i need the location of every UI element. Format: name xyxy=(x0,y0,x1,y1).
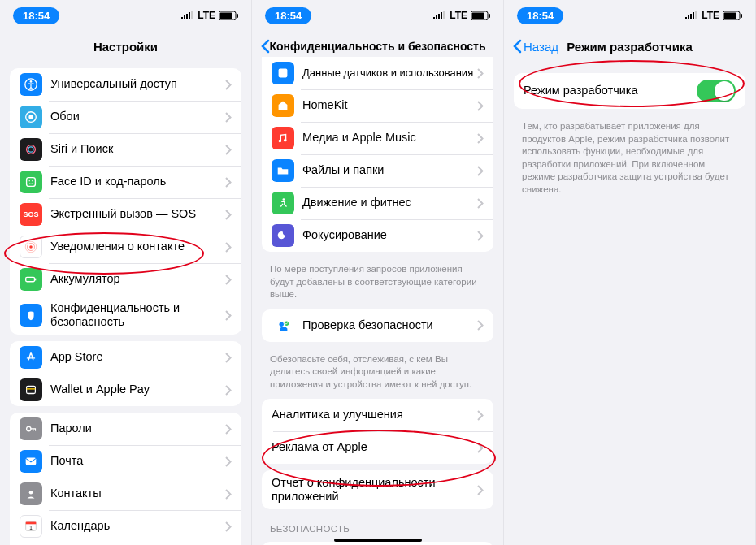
status-bar: 18:54 LTE xyxy=(252,0,503,31)
status-bar: 18:54 LTE xyxy=(0,0,251,31)
analytics-group: Аналитика и улучшения Реклама от Apple xyxy=(262,399,493,464)
row-label: Фокусирование xyxy=(302,228,477,242)
row-accessibility[interactable]: Универсальный доступ xyxy=(10,68,241,101)
svg-rect-59 xyxy=(724,12,736,19)
svg-rect-23 xyxy=(27,388,36,389)
settings-group-2: App Store Wallet и Apple Pay xyxy=(10,341,241,406)
row-label: Режим разработчика xyxy=(524,84,697,97)
page-title: Режим разработчика xyxy=(567,40,693,54)
row-battery[interactable]: Аккумулятор xyxy=(10,263,241,296)
row-label: Реклама от Apple xyxy=(272,440,477,454)
row-media[interactable]: Медиа и Apple Music xyxy=(262,122,493,154)
row-faceid[interactable]: Face ID и код-пароль xyxy=(10,166,241,198)
row-contacts[interactable]: Контакты xyxy=(10,478,241,510)
footer-devmode: Тем, кто разрабатывает приложения для пр… xyxy=(504,115,755,197)
safety-check-icon xyxy=(272,314,294,337)
svg-rect-1 xyxy=(184,15,185,19)
row-label: Аналитика и улучшения xyxy=(272,408,477,422)
row-exposure[interactable]: Уведомления о контакте xyxy=(10,231,241,263)
focus-icon xyxy=(272,224,294,247)
chevron-icon xyxy=(477,133,484,144)
svg-rect-2 xyxy=(186,14,188,19)
screen-developer-mode: 18:54 LTE Назад Режим разработчика Режим… xyxy=(504,0,756,545)
svg-rect-54 xyxy=(688,15,689,19)
settings-group-1: Универсальный доступ Обои Siri и Поиск F… xyxy=(10,68,241,335)
row-label: Контакты xyxy=(50,487,225,500)
row-label: Универсальный доступ xyxy=(50,77,225,91)
row-calendar[interactable]: 1 Календарь xyxy=(10,510,241,543)
row-label: Медиа и Apple Music xyxy=(302,131,477,145)
row-privacy[interactable]: Конфиденциальность и безопасность xyxy=(10,296,241,335)
screen-settings: 18:54 LTE Настройки Универсальный доступ… xyxy=(0,0,252,545)
signal-icon xyxy=(433,11,446,19)
row-analytics[interactable]: Аналитика и улучшения xyxy=(262,399,493,431)
row-mail[interactable]: Почта xyxy=(10,445,241,478)
chevron-icon xyxy=(225,489,232,500)
devmode-group: Режим разработчика xyxy=(514,73,745,109)
security-group: Режим разработчика Режим блокировки Выкл… xyxy=(262,542,493,545)
row-wallet[interactable]: Wallet и Apple Pay xyxy=(10,374,241,406)
row-files[interactable]: Файлы и папки xyxy=(262,154,493,187)
row-appstore[interactable]: App Store xyxy=(10,341,241,374)
chevron-icon xyxy=(225,456,232,467)
chevron-icon xyxy=(225,353,232,363)
accessibility-icon xyxy=(20,73,42,96)
network-label: LTE xyxy=(702,10,719,21)
chevron-icon xyxy=(225,310,232,321)
svg-rect-6 xyxy=(220,12,232,19)
privacy-icon xyxy=(20,304,42,327)
svg-rect-46 xyxy=(489,14,490,18)
calendar-icon: 1 xyxy=(20,515,42,538)
footer-apps: По мере поступления запросов приложения … xyxy=(252,258,503,303)
battery-icon xyxy=(219,11,238,20)
row-apple-ads[interactable]: Реклама от Apple xyxy=(262,431,493,464)
svg-rect-42 xyxy=(441,12,442,19)
svg-rect-43 xyxy=(443,11,445,19)
svg-point-16 xyxy=(32,180,33,181)
back-button[interactable]: Назад xyxy=(512,31,558,62)
svg-rect-21 xyxy=(35,279,36,281)
svg-point-12 xyxy=(27,145,36,154)
svg-rect-20 xyxy=(26,277,35,281)
status-bar: 18:54 LTE xyxy=(504,0,755,31)
row-label: Экстренный вызов — SOS xyxy=(50,207,225,221)
svg-rect-40 xyxy=(436,15,437,19)
row-wallpaper[interactable]: Обои xyxy=(10,101,241,133)
homekit-icon xyxy=(272,94,294,117)
signal-icon xyxy=(181,11,194,19)
svg-rect-7 xyxy=(237,14,238,18)
chevron-icon xyxy=(477,320,484,331)
chevron-icon xyxy=(225,275,232,285)
settings-group-3: Пароли Почта Контакты 1 Календарь Заметк… xyxy=(10,413,241,545)
chevron-icon xyxy=(225,145,232,155)
devmode-switch[interactable] xyxy=(697,80,736,102)
svg-point-24 xyxy=(27,426,31,430)
row-focus[interactable]: Фокусирование xyxy=(262,219,493,252)
svg-rect-53 xyxy=(685,17,687,19)
row-homekit[interactable]: HomeKit xyxy=(262,89,493,122)
row-safety-check[interactable]: Проверка безопасности xyxy=(262,309,493,342)
svg-point-15 xyxy=(28,180,29,181)
svg-rect-39 xyxy=(433,17,435,19)
row-developer-mode[interactable]: Режим разработчика xyxy=(262,542,493,545)
row-privacy-report[interactable]: Отчет о конфиденциальности приложений xyxy=(262,470,493,509)
status-time: 18:54 xyxy=(517,7,563,24)
content: Режим разработчика Тем, кто разрабатывае… xyxy=(504,62,755,545)
row-siri[interactable]: Siri и Поиск xyxy=(10,133,241,166)
row-motion[interactable]: Движение и фитнес xyxy=(262,187,493,219)
svg-rect-57 xyxy=(695,11,697,19)
row-sensors[interactable]: Данные датчиков и использования xyxy=(262,57,493,89)
row-label: Файлы и папки xyxy=(302,163,477,177)
svg-rect-56 xyxy=(693,12,694,19)
chevron-icon xyxy=(225,521,232,532)
battery-icon xyxy=(723,11,742,20)
row-passwords[interactable]: Пароли xyxy=(10,413,241,445)
safety-check-group: Проверка безопасности xyxy=(262,309,493,342)
svg-rect-14 xyxy=(27,178,36,187)
row-label: Движение и фитнес xyxy=(302,196,477,210)
row-label: HomeKit xyxy=(302,98,477,112)
svg-point-51 xyxy=(280,322,284,326)
siri-icon xyxy=(20,138,42,161)
row-sos[interactable]: SOS Экстренный вызов — SOS xyxy=(10,198,241,231)
status-right: LTE xyxy=(181,10,238,21)
